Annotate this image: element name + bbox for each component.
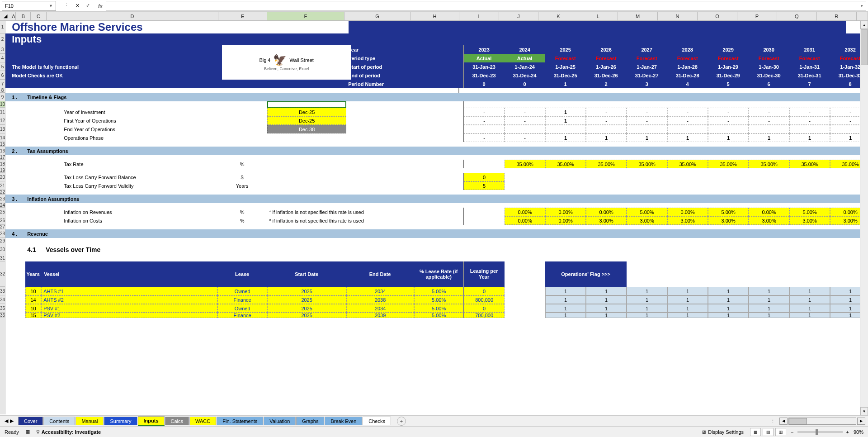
inflrev-6[interactable]: 5.00% [708,208,749,216]
name-box-arrow-icon[interactable]: ▼ [49,4,53,8]
zoom-in-icon[interactable]: + [846,429,849,435]
formula-input[interactable]: ▾ [106,1,866,11]
vessel-years[interactable]: 10 [25,287,41,295]
vessel-lpy[interactable]: 0 [464,304,505,313]
timeline-firstop-val[interactable]: Dec-25 [267,116,346,125]
col-C[interactable]: C [31,12,46,20]
col-G[interactable]: G [344,12,410,20]
inflcost-5[interactable]: 3.00% [667,216,708,225]
row-3[interactable]: 3 [0,45,5,54]
scroll-up-icon[interactable]: ▲ [860,21,868,29]
scroll-down-icon[interactable]: ▼ [860,407,868,415]
col-N[interactable]: N [658,12,698,20]
vessel-lpy[interactable]: 700,000 [464,313,505,318]
inflrev-8[interactable]: 5.00% [789,208,830,216]
hscroll-thumb[interactable] [789,418,807,424]
col-Q[interactable]: Q [777,12,817,20]
vessel-start[interactable]: 2025 [267,304,346,313]
horizontal-scrollbar[interactable]: ⋮ ◀ ▶ [770,418,868,425]
row-14[interactable]: 14 [0,133,5,142]
vessel-name[interactable]: AHTS #1 [41,287,217,295]
col-A[interactable]: A [11,12,16,20]
tab-calcs[interactable]: Calcs [165,417,189,425]
formula-expand-icon[interactable]: ▾ [861,4,863,8]
tax-val-val[interactable]: 5 [464,181,505,190]
col-F[interactable]: F [267,12,344,20]
col-I[interactable]: I [459,12,499,20]
status-display[interactable]: Display Settings [708,429,744,435]
tab-nav[interactable]: ◀▶ [0,418,18,424]
tax-8[interactable]: 35.00% [789,160,830,168]
vessel-lpy[interactable]: 800,000 [464,295,505,304]
row-29[interactable]: 29 [0,238,5,244]
col-E[interactable]: E [218,12,267,20]
col-P[interactable]: P [737,12,777,20]
hscroll-right-icon[interactable]: ▶ [857,418,865,425]
timeline-invest-val[interactable]: Dec-25 [267,108,346,116]
vessel-pct[interactable]: 5.00% [414,295,464,304]
vessel-end[interactable]: 2034 [346,304,414,313]
tab-prev-icon[interactable]: ◀ [5,418,8,424]
vessel-start[interactable]: 2025 [267,295,346,304]
tax-7[interactable]: 35.00% [749,160,789,168]
row-23[interactable]: 23 [0,195,5,203]
row-31[interactable]: 31 [0,255,5,261]
tab-graphs[interactable]: Graphs [296,417,324,425]
hscroll-left-icon[interactable]: ◀ [779,418,788,425]
add-sheet-button[interactable]: + [397,417,406,426]
vessel-end[interactable]: 2039 [346,313,414,318]
split-icon[interactable]: ⋮ [64,3,69,9]
inflrev-3[interactable]: 0.00% [586,208,627,216]
vessel-lpy[interactable]: 0 [464,287,505,295]
macro-icon[interactable]: ▦ [25,429,30,435]
inflcost-2[interactable]: 0.00% [545,216,586,225]
inflrev-2[interactable]: 0.00% [545,208,586,216]
tax-1[interactable]: 35.00% [505,160,545,168]
inflcost-7[interactable]: 3.00% [749,216,789,225]
col-O[interactable]: O [698,12,737,20]
vessel-name[interactable]: PSV #1 [41,304,217,313]
zoom-thumb[interactable] [816,429,818,435]
vessel-years[interactable]: 15 [25,313,41,318]
row-17[interactable]: 17 [0,155,5,160]
vessel-pct[interactable]: 5.00% [414,287,464,295]
vessel-name[interactable]: AHTS #2 [41,295,217,304]
row-11[interactable]: 11 [0,108,5,116]
hscroll-track[interactable] [788,418,856,425]
row-35[interactable]: 35 [0,304,5,313]
tab-next-icon[interactable]: ▶ [10,418,14,424]
row-4[interactable]: 4 [0,54,5,62]
row-30[interactable]: 30 [0,244,5,255]
select-all-corner[interactable]: ◢ [0,12,11,20]
fx-icon[interactable]: fx [98,3,103,9]
tab-split-icon[interactable]: ⋮ [770,418,776,424]
row-13[interactable]: 13 [0,125,5,133]
inflrev-7[interactable]: 0.00% [749,208,789,216]
tab-inputs[interactable]: Inputs [138,416,165,426]
row-25[interactable]: 25 [0,208,5,216]
inflrev-1[interactable]: 0.00% [505,208,545,216]
vessel-years[interactable]: 14 [25,295,41,304]
tab-wacc[interactable]: WACC [189,417,216,425]
vessel-end[interactable]: 2034 [346,287,414,295]
tab-checks[interactable]: Checks [363,417,391,425]
col-R[interactable]: R [817,12,857,20]
inflcost-3[interactable]: 3.00% [586,216,627,225]
col-D[interactable]: D [47,12,219,20]
vessel-lease[interactable]: Finance [217,313,267,318]
col-K[interactable]: K [538,12,578,20]
tax-5[interactable]: 35.00% [667,160,708,168]
row-27[interactable]: 27 [0,225,5,229]
row-2[interactable]: 2 [0,33,5,45]
row-21[interactable]: 21 [0,181,5,190]
col-L[interactable]: L [578,12,618,20]
row-5[interactable]: 5 [0,62,5,71]
vessel-lease[interactable]: Owned [217,304,267,313]
inflcost-1[interactable]: 0.00% [505,216,545,225]
row-32[interactable]: 32 [0,261,5,287]
vessel-pct[interactable]: 5.00% [414,313,464,318]
row-19[interactable]: 19 [0,168,5,173]
tab-cover[interactable]: Cover [18,417,43,425]
status-accessibility[interactable]: Accessibility: Investigate [42,429,101,435]
tax-6[interactable]: 35.00% [708,160,749,168]
